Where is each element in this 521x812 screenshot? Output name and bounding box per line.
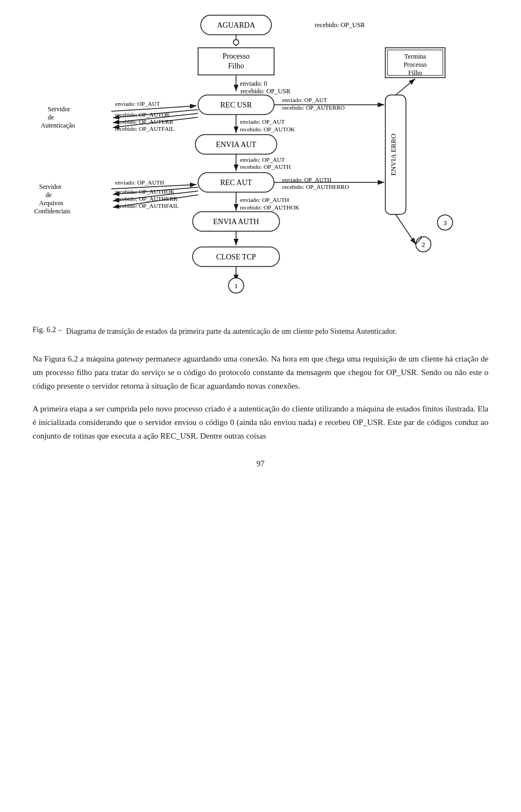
fig-label: Fig. 6.2 – — [33, 326, 62, 334]
servidor-autenticacao-2: de — [48, 113, 54, 121]
enviado-op-auth-right: enviado: OP_AUTH — [282, 176, 332, 183]
recebido-op-auterro-right: recebido: OP_AUTERRO — [282, 104, 345, 111]
paragraph-1: Na Figura 6.2 a máquina gateway permanec… — [33, 352, 488, 392]
enviado-op-auth-down: enviado: OP_AUTH — [240, 196, 289, 203]
recebido-op-autherro-right: recebido: OP_AUTHERRO — [282, 183, 349, 190]
page-container: AGUARDA recebido: OP_USR Processo Filho … — [0, 0, 521, 490]
recebido-op-authok-left: recebido: OP_AUTHOK — [115, 188, 175, 195]
recebido-op-usr-mid: recebido: OP_USR — [240, 87, 290, 95]
recebido-op-autok-left: recebido: OP_AUTOK — [115, 111, 170, 118]
rec-usr-label: REC USR — [220, 101, 252, 109]
recebido-op-autok-down: recebido: OP_AUTOK — [240, 126, 295, 132]
recebido-op-authok-down: recebido: OP_AUTHOK — [240, 204, 300, 211]
servidor-arquivos-1: Servidor — [39, 183, 61, 191]
envia-auth-label: ENVIA AUTH — [213, 218, 259, 226]
envia-aut-label: ENVIA AUT — [216, 141, 257, 149]
recebido-op-auterr-left: recebido: OP_AUTERR — [115, 118, 174, 125]
svg-line-34 — [396, 214, 416, 244]
num3-label: 3 — [443, 219, 447, 227]
page-number: 97 — [33, 459, 488, 468]
enviado-op-aut-right: enviado: OP_AUT — [282, 97, 327, 103]
processo-filho-line2: Filho — [228, 62, 244, 70]
servidor-autenticacao-1: Servidor — [48, 105, 70, 113]
servidor-arquivos-2: de — [46, 191, 52, 199]
diagram-area: AGUARDA recebido: OP_USR Processo Filho … — [33, 11, 488, 315]
termina-label1: Termina — [404, 53, 426, 60]
svg-line-31 — [396, 79, 415, 95]
enviado-op-aut-envia-aut: enviado: OP_AUT — [240, 156, 285, 163]
paragraph-2: A primeira etapa a ser cumprida pelo nov… — [33, 402, 488, 442]
svg-point-4 — [233, 40, 239, 45]
termina-label2: Processo — [404, 61, 427, 68]
enviado-op-aut-down: enviado: OP_AUT — [240, 118, 285, 125]
recebido-op-auth-envia-aut: recebido: OP_AUTH — [240, 163, 291, 170]
close-tcp-label: CLOSE TCP — [216, 253, 256, 261]
servidor-autenticacao-3: Autenticação — [41, 122, 75, 129]
recebido-op-autfail-left: recebido: OP_AUTFAIL — [115, 125, 175, 132]
figure-caption: Fig. 6.2 – Diagrama de transição de esta… — [33, 326, 488, 337]
servidor-arquivos-3: Arquivos — [39, 199, 63, 207]
diagram-svg: AGUARDA recebido: OP_USR Processo Filho … — [33, 11, 488, 315]
envia-erro-label: ENVIA ERRO — [389, 134, 397, 176]
servidor-arquivos-4: Confidenciais — [34, 207, 71, 215]
num1-label: 1 — [234, 282, 238, 290]
termina-label3: Filho — [408, 69, 422, 77]
recebido-op-autherr-left: recebido: OP_AUTHERR — [115, 195, 178, 202]
recebido-op-usr-top: recebido: OP_USR — [315, 21, 365, 29]
num2-label: 2 — [422, 240, 425, 249]
fig-text: Diagrama de transição de estados da prim… — [66, 326, 397, 337]
aguarda-label: AGUARDA — [217, 21, 256, 29]
recebido-op-authfail-left: recebido: OP_AUTHFAIL — [115, 202, 179, 209]
rec-aut-label: REC AUT — [220, 179, 252, 187]
processo-filho-line1: Processo — [223, 52, 250, 60]
enviado-op-aut-left: enviado: OP_AUT — [115, 100, 160, 107]
enviado-op-auth-left: enviado: OP_AUTH — [115, 179, 164, 186]
enviado-0-label: enviado: 0 — [240, 80, 267, 87]
